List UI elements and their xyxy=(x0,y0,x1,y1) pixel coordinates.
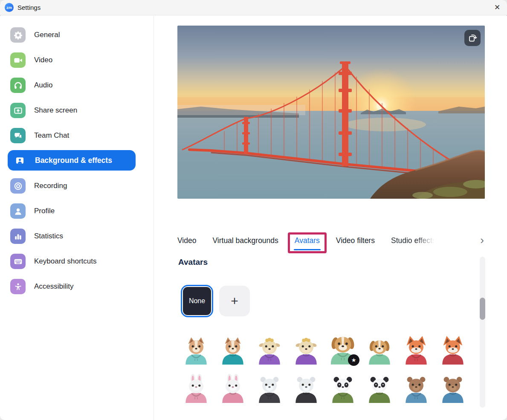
rotate-icon xyxy=(467,33,478,43)
sidebar-item-label: Recording xyxy=(34,182,67,190)
title-bar: zm Settings ✕ xyxy=(0,0,507,15)
avatar-bear-tshirt[interactable] xyxy=(435,370,471,404)
avatar-illustration xyxy=(180,374,212,404)
avatar-illustration xyxy=(254,336,285,365)
annotation-highlight-box xyxy=(288,232,327,253)
avatar-polar-bear-tshirt[interactable] xyxy=(288,370,324,404)
avatar-illustration xyxy=(437,336,469,365)
avatar-fox-tshirt[interactable] xyxy=(435,331,471,365)
rotate-preview-button[interactable] xyxy=(464,30,481,46)
avatar-puppy-tshirt[interactable] xyxy=(361,331,398,365)
sidebar-item-label: Keyboard shortcuts xyxy=(34,257,96,266)
sidebar-item-label: Audio xyxy=(34,81,52,90)
background-effects-tabs: VideoVirtual backgroundsAvatarsVideo fil… xyxy=(177,229,485,252)
avatar-puppy-hoodie[interactable]: ★ xyxy=(324,331,361,365)
avatar-illustration xyxy=(437,374,469,404)
tab-video-filters[interactable]: Video filters xyxy=(336,236,375,245)
video-camera-icon xyxy=(10,52,26,68)
sidebar-item-label: Team Chat xyxy=(34,131,69,140)
avatar-none-button[interactable]: None xyxy=(181,285,213,317)
sidebar-item-label: Profile xyxy=(34,207,55,215)
bar-chart-icon xyxy=(10,229,26,244)
avatar-illustration xyxy=(400,374,432,404)
tab-avatars[interactable]: Avatars xyxy=(295,236,320,245)
headphones-icon xyxy=(10,78,26,93)
avatar-illustration xyxy=(364,336,395,365)
scrollbar-thumb[interactable] xyxy=(480,298,485,320)
sidebar-item-keyboard-shortcuts[interactable]: Keyboard shortcuts xyxy=(10,254,96,269)
avatar-panda-hoodie[interactable] xyxy=(324,370,361,404)
sidebar-item-label: Share screen xyxy=(34,106,77,115)
sidebar-item-video[interactable]: Video xyxy=(10,52,52,68)
sidebar-item-label: Accessibility xyxy=(34,282,74,291)
virtual-background-preview xyxy=(177,26,485,199)
sidebar-item-general[interactable]: General xyxy=(10,27,60,43)
sidebar-item-accessibility[interactable]: Accessibility xyxy=(10,279,74,294)
person-icon xyxy=(10,203,26,219)
avatar-grid: ★ xyxy=(178,331,471,404)
avatar-cow-tshirt[interactable] xyxy=(288,331,324,365)
close-button[interactable]: ✕ xyxy=(487,0,507,15)
content-panel: VideoVirtual backgroundsAvatarsVideo fil… xyxy=(154,16,507,420)
accessibility-icon xyxy=(10,279,26,294)
tab-studio-effects[interactable]: Studio effects xyxy=(391,236,436,245)
avatar-bear-hoodie[interactable] xyxy=(398,370,435,404)
avatar-polar-bear-hoodie[interactable] xyxy=(251,370,288,404)
avatar-illustration xyxy=(327,374,359,404)
chat-bubbles-icon xyxy=(10,128,26,143)
sidebar-item-label: Statistics xyxy=(34,232,63,240)
zoom-logo-icon: zm xyxy=(5,3,14,12)
share-screen-icon xyxy=(10,103,26,118)
golden-gate-sunset-scene xyxy=(177,26,485,199)
sidebar-item-profile[interactable]: Profile xyxy=(10,203,55,219)
window-title: Settings xyxy=(17,4,41,11)
sidebar-item-statistics[interactable]: Statistics xyxy=(10,229,63,244)
avatar-illustration xyxy=(364,374,395,404)
scrollbar[interactable] xyxy=(480,257,485,408)
sidebar-item-audio[interactable]: Audio xyxy=(10,78,52,93)
avatar-panda-tshirt[interactable] xyxy=(361,370,398,404)
person-card-icon xyxy=(12,153,27,168)
keyboard-icon xyxy=(10,254,26,269)
avatars-heading: Avatars xyxy=(178,258,208,267)
gear-icon xyxy=(10,27,26,43)
sidebar-item-recording[interactable]: Recording xyxy=(10,178,67,194)
sidebar-item-label: Video xyxy=(34,56,52,64)
settings-window: zm Settings ✕ GeneralVideoAudioShare scr… xyxy=(0,0,507,420)
sidebar-item-share-screen[interactable]: Share screen xyxy=(10,103,77,118)
sidebar-item-label: Background & effects xyxy=(35,156,112,165)
record-circle-icon xyxy=(10,178,26,194)
sidebar-item-background-effects[interactable]: Background & effects xyxy=(8,150,136,171)
avatar-illustration xyxy=(290,336,322,365)
avatar-illustration xyxy=(217,336,249,365)
avatar-illustration xyxy=(400,336,432,365)
avatar-rabbit-hoodie[interactable] xyxy=(178,370,214,404)
tab-virtual-backgrounds[interactable]: Virtual backgrounds xyxy=(212,236,278,245)
avatar-fox-hoodie[interactable] xyxy=(398,331,435,365)
avatar-illustration xyxy=(290,374,322,404)
tab-video[interactable]: Video xyxy=(177,236,196,245)
settings-sidebar: GeneralVideoAudioShare screenTeam ChatBa… xyxy=(0,16,154,420)
avatar-illustration xyxy=(180,336,212,365)
tabs-overflow-chevron[interactable]: › xyxy=(480,235,484,246)
avatar-corgi-tshirt[interactable] xyxy=(214,331,251,365)
avatar-none-label: None xyxy=(183,287,211,315)
sidebar-item-label: General xyxy=(34,31,60,39)
sidebar-item-team-chat[interactable]: Team Chat xyxy=(10,128,69,143)
avatar-rabbit-tshirt[interactable] xyxy=(214,370,251,404)
avatar-cow-hoodie[interactable] xyxy=(251,331,288,365)
avatar-illustration xyxy=(217,374,249,404)
avatar-corgi-hoodie[interactable] xyxy=(178,331,214,365)
avatar-illustration xyxy=(254,374,285,404)
add-avatar-button[interactable]: + xyxy=(219,286,250,316)
star-badge: ★ xyxy=(348,354,359,366)
avatar-selector-row: None + xyxy=(181,285,250,317)
